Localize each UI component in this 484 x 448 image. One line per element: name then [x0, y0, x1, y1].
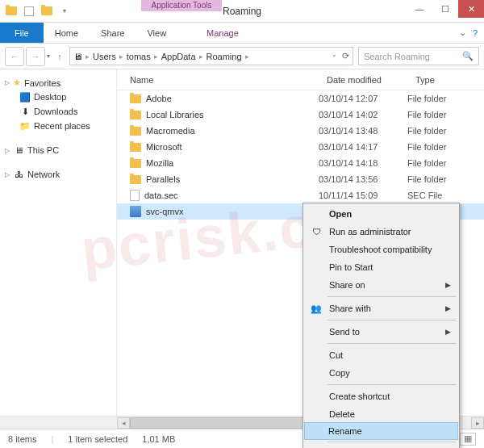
network-icon: 🖧: [13, 169, 24, 180]
file-row[interactable]: Microsoft03/10/14 14:17File folder: [117, 139, 484, 155]
sidebar-item-recent[interactable]: 📁Recent places: [3, 119, 113, 133]
nav-back-button[interactable]: ←: [5, 47, 24, 66]
column-name[interactable]: Name: [117, 75, 319, 85]
scroll-left-button[interactable]: ◂: [117, 417, 130, 429]
file-name: Microsoft: [146, 142, 182, 152]
file-type: File folder: [407, 126, 484, 136]
sidebar-network[interactable]: ▷🖧Network: [3, 167, 113, 182]
ctx-sharewith[interactable]: 👥Share with▶: [305, 299, 457, 317]
ribbon-expand-icon[interactable]: ⌄: [459, 27, 466, 38]
application-icon: [130, 206, 141, 217]
file-type: File folder: [407, 94, 484, 103]
nav-bar: ← → ▾ ↑ 🖥 ▸ Users ▸ tomas ▸ AppData ▸ Ro…: [0, 44, 484, 69]
tab-view[interactable]: View: [136, 23, 177, 43]
submenu-arrow-icon: ▶: [445, 328, 451, 336]
ctx-shortcut[interactable]: Create shortcut: [305, 387, 457, 405]
sidebar-favorites-header[interactable]: ▷★Favorites: [3, 76, 113, 90]
nav-up-button[interactable]: ↑: [52, 48, 68, 65]
tab-manage[interactable]: Manage: [195, 23, 250, 43]
ctx-label: Share with: [329, 304, 371, 313]
view-icons-button[interactable]: ▦: [460, 433, 476, 446]
ctx-label: Share on: [329, 280, 365, 290]
breadcrumb-appdata[interactable]: AppData: [161, 52, 196, 61]
ctx-label: Run as administrator: [329, 227, 411, 237]
ctx-delete[interactable]: Delete: [305, 405, 457, 423]
downloads-icon: ⬇: [19, 106, 31, 117]
file-name: Parallels: [146, 174, 180, 184]
minimize-button[interactable]: —: [407, 0, 432, 18]
ctx-label: Send to: [329, 327, 360, 337]
quick-access-toolbar: ▾: [0, 3, 73, 19]
file-type: File folder: [407, 158, 484, 168]
tab-home[interactable]: Home: [44, 23, 90, 43]
sidebar-item-label: Recent places: [34, 121, 90, 131]
folder-icon: [130, 159, 141, 168]
ctx-shareon[interactable]: Share on▶: [305, 276, 457, 294]
ctx-troubleshoot[interactable]: Troubleshoot compatibility: [305, 241, 457, 258]
qat-newfolder-icon[interactable]: [39, 3, 55, 19]
ctx-runas[interactable]: 🛡Run as administrator: [305, 223, 457, 241]
ctx-sendto[interactable]: Send to▶: [305, 323, 457, 341]
status-size: 1,01 MB: [142, 434, 175, 444]
qat-dropdown-icon[interactable]: ▾: [56, 3, 73, 19]
maximize-button[interactable]: ☐: [432, 0, 458, 18]
file-row[interactable]: Parallels03/10/14 13:56File folder: [117, 171, 484, 187]
ctx-open[interactable]: Open: [305, 205, 457, 223]
window-title: Roaming: [223, 6, 261, 17]
sidebar-thispc[interactable]: ▷🖥This PC: [3, 143, 113, 157]
ctx-pin[interactable]: Pin to Start: [305, 258, 457, 276]
sidebar-item-label: Desktop: [34, 92, 66, 102]
nav-sidebar: ▷★Favorites 🟦Desktop ⬇Downloads 📁Recent …: [0, 69, 117, 425]
scroll-right-button[interactable]: ▸: [471, 417, 484, 429]
address-bar[interactable]: 🖥 ▸ Users ▸ tomas ▸ AppData ▸ Roaming ▸ …: [69, 47, 353, 65]
tab-share[interactable]: Share: [90, 23, 136, 43]
qat-properties-icon[interactable]: [21, 3, 37, 19]
folder-icon: [130, 175, 141, 184]
ctx-copy[interactable]: Copy: [305, 364, 457, 382]
file-row[interactable]: Macromedia03/10/14 13:48File folder: [117, 123, 484, 139]
tab-file[interactable]: File: [0, 23, 44, 43]
sidebar-item-desktop[interactable]: 🟦Desktop: [3, 90, 113, 104]
chevron-right-icon[interactable]: ▸: [154, 52, 158, 61]
chevron-right-icon[interactable]: ▸: [199, 52, 203, 61]
column-type[interactable]: Type: [407, 75, 484, 85]
breadcrumb-roaming[interactable]: Roaming: [207, 52, 242, 61]
refresh-icon[interactable]: ⟳: [342, 51, 349, 61]
file-icon: [130, 190, 140, 201]
ctx-rename[interactable]: Rename: [304, 422, 458, 440]
file-row[interactable]: Local Libraries03/10/14 14:02File folder: [117, 107, 484, 123]
chevron-right-icon[interactable]: ▸: [119, 52, 123, 61]
sidebar-item-label: This PC: [27, 145, 59, 155]
help-icon[interactable]: ?: [473, 28, 478, 38]
folder-icon: [130, 111, 141, 119]
file-date: 03/10/14 14:02: [319, 110, 407, 119]
breadcrumb-tomas[interactable]: tomas: [127, 52, 151, 61]
content-area: ▷★Favorites 🟦Desktop ⬇Downloads 📁Recent …: [0, 69, 484, 425]
chevron-right-icon[interactable]: ▸: [245, 52, 249, 61]
chevron-right-icon[interactable]: ▸: [86, 52, 90, 61]
column-date[interactable]: Date modified: [319, 75, 407, 85]
ctx-properties[interactable]: Properties: [305, 445, 457, 448]
sidebar-item-label: Downloads: [34, 107, 77, 116]
file-row[interactable]: Mozilla03/10/14 14:18File folder: [117, 155, 484, 171]
qat-folder-icon[interactable]: [3, 3, 19, 19]
file-type: File folder: [407, 174, 484, 184]
address-pc-icon: 🖥: [73, 52, 82, 61]
submenu-arrow-icon: ▶: [445, 304, 451, 312]
file-row[interactable]: Adobe03/10/14 12:07File folder: [117, 90, 484, 107]
file-row[interactable]: data.sec10/11/14 15:09SEC File: [117, 187, 484, 203]
nav-forward-button[interactable]: →: [26, 47, 45, 66]
pc-icon: 🖥: [13, 144, 24, 156]
file-name: svc-qmvx: [146, 207, 183, 216]
address-dropdown-icon[interactable]: ⌄: [332, 51, 337, 61]
sidebar-item-downloads[interactable]: ⬇Downloads: [3, 104, 113, 119]
recent-icon: 📁: [19, 120, 31, 132]
search-placeholder: Search Roaming: [364, 52, 430, 61]
close-button[interactable]: ✕: [458, 0, 484, 18]
nav-history-dropdown[interactable]: ▾: [47, 52, 50, 60]
ctx-cut[interactable]: Cut: [305, 346, 457, 364]
search-input[interactable]: Search Roaming 🔍: [358, 47, 479, 65]
context-menu: Open 🛡Run as administrator Troubleshoot …: [302, 203, 460, 448]
file-type: File folder: [407, 142, 484, 152]
breadcrumb-users[interactable]: Users: [93, 52, 116, 61]
